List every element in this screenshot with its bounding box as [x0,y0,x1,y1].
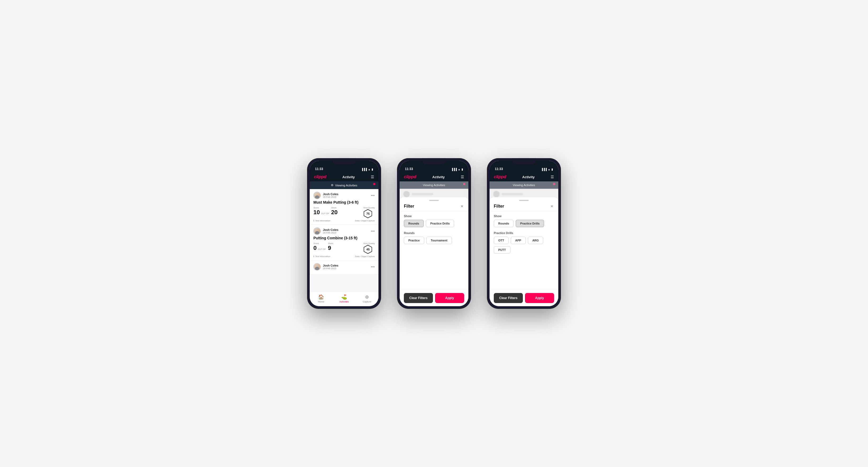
chip-tournament-2[interactable]: Tournament [426,237,452,244]
shots-label-1: Shots [331,207,338,209]
phones-container: 11:33 ▐▐▐ ▲ ▮ clippd Activity ☰ ⚙ Viewin… [307,158,561,309]
out-of-2: OUT OF [318,248,326,250]
phone-2-inner: 11:33 ▐▐▐ ▲ ▮ clippd Activity ☰ Viewing … [400,161,468,306]
avatar-inner-1 [314,192,320,198]
chip-practice-drills-3[interactable]: Practice Drills [516,220,544,227]
app-header-2: clippd Activity ☰ [400,173,468,181]
quality-hex-1: 75 [363,209,373,218]
clear-filters-button-3[interactable]: Clear Filters [494,293,523,303]
user-details-3: Josh Coles 28 Feb 2023 [323,264,339,270]
practice-drills-label-3: Practice Drills [494,231,554,235]
quality-number-1: 75 [366,212,369,215]
show-chips-2: Rounds Practice Drills [404,220,464,227]
rounds-chips-2: Practice Tournament [404,237,464,244]
phone-1-inner: 11:33 ▐▐▐ ▲ ▮ clippd Activity ☰ ⚙ Viewin… [310,161,378,306]
quality-block-2: Shot Quality 45 [363,242,375,254]
notification-dot-3 [553,183,555,185]
avatar-2 [313,227,321,235]
chip-putt-3[interactable]: PUTT [494,246,510,254]
avatar-body-2 [315,231,319,234]
filter-title-2: Filter [404,204,414,209]
clear-filters-button-2[interactable]: Clear Filters [404,293,433,303]
info-icon-1: ℹ [313,219,314,222]
shots-label-2: Shots [328,242,333,245]
content-2: Viewing Activities [400,181,468,306]
app-header-1: clippd Activity ☰ [310,173,378,181]
activities-icon-1: ⛳ [341,294,347,300]
card-footer-1: ℹ Test Information Data: Clippd Capture [313,219,375,222]
data-source-2: Data: Clippd Capture [355,255,375,257]
filter-body-2: Show Rounds Practice Drills Rounds Pract… [400,214,468,289]
logo-1: clippd [314,175,327,179]
chip-practice-2[interactable]: Practice [404,237,424,244]
status-icons-2: ▐▐▐ ▲ ▮ [451,168,463,171]
chip-practice-drills-2[interactable]: Practice Drills [426,220,454,227]
battery-icon-3: ▮ [551,168,553,171]
phone-3-inner: 11:33 ▐▐▐ ▲ ▮ clippd Activity ☰ Viewing … [490,161,558,306]
chip-rounds-3[interactable]: Rounds [494,220,514,227]
capture-label-1: Capture [363,301,371,303]
score-value-2: 0 [313,245,317,251]
chip-arg-3[interactable]: ARG [528,237,543,244]
apply-button-2[interactable]: Apply [435,293,464,303]
avatar-3 [313,263,321,271]
card-header-1: Josh Coles 28 Feb 2023 ••• [313,192,375,199]
more-dots-1[interactable]: ••• [371,193,375,197]
show-label-2: Show [404,214,464,218]
chip-rounds-2[interactable]: Rounds [404,220,424,227]
card-header-3: Josh Coles 28 Feb 2023 ••• [313,263,375,271]
card-footer-2: ℹ Test Information Data: Clippd Capture [313,255,375,257]
shots-value-2: 9 [328,245,331,251]
practice-drills-chips-3: OTT APP ARG PUTT [494,237,554,254]
score-label-2: Score [313,242,326,245]
close-button-2[interactable]: ✕ [460,204,464,209]
filter-divider-3 [490,211,558,211]
blur-line-4 [502,193,523,195]
show-chips-3: Rounds Practice Drills [494,220,554,227]
more-dots-2[interactable]: ••• [371,229,375,233]
user-name-2: Josh Coles [323,228,339,231]
close-button-3[interactable]: ✕ [550,204,554,209]
chip-app-3[interactable]: APP [511,237,526,244]
filter-sheet-2: Filter ✕ Show Rounds Practice Drills Rou… [400,197,468,306]
activity-title-2: Putting Combine (3-15 ft) [313,236,375,240]
status-icons-1: ▐▐▐ ▲ ▮ [361,168,373,171]
filter-divider-2 [400,211,468,211]
menu-icon-1[interactable]: ☰ [371,175,374,179]
info-label-1: Test Information [315,219,330,222]
more-dots-3[interactable]: ••• [371,265,375,269]
wifi-icon: ▲ [368,168,371,171]
notch-2 [422,158,446,164]
nav-activities-1[interactable]: ⛳ Activities [333,294,356,303]
chip-ott-3[interactable]: OTT [494,237,508,244]
quality-label-2: Shot Quality [363,242,375,245]
activity-card-1: Josh Coles 28 Feb 2023 ••• Must Make Put… [310,189,378,225]
apply-button-3[interactable]: Apply [525,293,554,303]
stats-row-2: Score 0 OUT OF Shots 9 Shot Quality [313,242,375,254]
user-date-1: 28 Feb 2023 [323,196,339,198]
wifi-icon-2: ▲ [458,168,460,171]
nav-home-1[interactable]: 🏠 Home [310,294,333,303]
viewing-banner-text-3: Viewing Activities [513,184,535,187]
shots-block-2: Shots 9 [328,242,333,251]
rounds-label-2: Rounds [404,231,464,235]
user-info-1: Josh Coles 28 Feb 2023 [313,192,339,199]
logo-3: clippd [494,175,506,179]
nav-capture-1[interactable]: ⊕ Capture [355,294,378,303]
viewing-banner-1[interactable]: ⚙ Viewing Activities [310,181,378,189]
score-block-1: Score 10 OUT OF [313,207,329,216]
viewing-banner-text-1: Viewing Activities [335,184,357,187]
score-block-2: Score 0 OUT OF [313,242,326,251]
avatar-inner-2 [314,228,320,234]
notch-3 [512,158,536,164]
menu-icon-2[interactable]: ☰ [461,175,464,179]
score-label-1: Score [313,207,329,209]
menu-icon-3[interactable]: ☰ [551,175,554,179]
shots-block-1: Shots 20 [331,207,338,216]
user-details-2: Josh Coles 28 Feb 2023 [323,228,339,234]
score-value-1: 10 [313,209,320,216]
avatar-1 [313,192,321,199]
user-info-3: Josh Coles 28 Feb 2023 [313,263,339,271]
activity-title-1: Must Make Putting (3-6 ft) [313,200,375,205]
status-time-1: 11:33 [315,167,323,171]
